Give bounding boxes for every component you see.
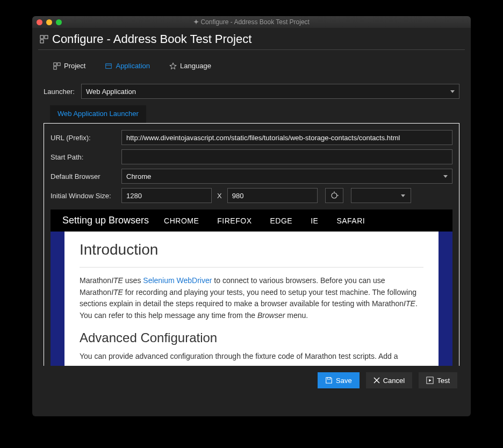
start-path-input[interactable] xyxy=(121,149,452,164)
start-path-label: Start Path: xyxy=(51,153,121,161)
target-icon xyxy=(330,191,339,200)
svg-rect-2 xyxy=(40,40,44,43)
x-separator: X xyxy=(217,192,222,200)
default-browser-value: Chrome xyxy=(126,172,151,180)
selenium-link[interactable]: Selenium WebDriver xyxy=(143,276,212,285)
button-label: Save xyxy=(336,377,352,385)
window-size-label: Initial Window Size: xyxy=(51,192,121,200)
configure-icon xyxy=(39,34,49,44)
tab-label: Application xyxy=(116,62,150,70)
default-browser-label: Default Browser xyxy=(51,172,121,180)
application-icon xyxy=(105,62,112,70)
browser-link-chrome[interactable]: CHROME xyxy=(164,216,199,225)
svg-rect-6 xyxy=(106,63,112,68)
project-icon xyxy=(53,62,61,70)
svg-rect-1 xyxy=(45,35,48,39)
doc-paragraph: You can provide advanced configuration t… xyxy=(80,351,423,363)
chevron-down-icon xyxy=(450,90,455,93)
doc-frame: Introduction MarathonITE uses Selenium W… xyxy=(51,232,452,366)
window-title: ✦ Configure - Address Book Test Project xyxy=(32,18,471,26)
cancel-button[interactable]: Cancel xyxy=(366,372,412,388)
button-bar: Save Cancel Test xyxy=(44,366,459,388)
tab-label: Language xyxy=(180,62,211,70)
preset-size-select[interactable] xyxy=(351,188,411,203)
window-width-input[interactable] xyxy=(121,188,212,203)
doc-paragraph: MarathonITE uses Selenium WebDriver to c… xyxy=(80,275,423,322)
doc-subheading: Advanced Configuration xyxy=(80,330,423,345)
launcher-label: Launcher: xyxy=(44,88,81,96)
svg-point-8 xyxy=(332,193,337,198)
close-icon xyxy=(373,377,380,384)
window-minimize-button[interactable] xyxy=(46,19,52,25)
page-title: Configure - Address Book Test Project xyxy=(52,32,252,46)
launcher-value: Web Application xyxy=(86,88,136,96)
launcher-select[interactable]: Web Application xyxy=(81,84,459,99)
svg-rect-4 xyxy=(58,62,60,65)
save-button[interactable]: Save xyxy=(318,372,360,388)
browser-link-safari[interactable]: SAFARI xyxy=(336,216,365,225)
browser-link-ie[interactable]: IE xyxy=(311,216,318,225)
config-panel: URL (Prefix): Start Path: Default Browse… xyxy=(44,123,459,366)
tab-application[interactable]: Application xyxy=(95,57,160,74)
url-prefix-label: URL (Prefix): xyxy=(51,134,121,142)
capture-size-button[interactable] xyxy=(325,188,343,203)
test-button[interactable]: Test xyxy=(419,372,457,388)
tab-label: Project xyxy=(64,62,85,70)
page-title-row: Configure - Address Book Test Project xyxy=(38,28,465,50)
svg-rect-5 xyxy=(54,66,56,69)
titlebar: ✦ Configure - Address Book Test Project xyxy=(32,16,471,28)
doc-heading: Introduction xyxy=(80,241,423,268)
save-icon xyxy=(325,377,333,384)
subtab-web-launcher[interactable]: Web Application Launcher xyxy=(50,105,146,123)
browser-bar-heading: Setting up Browsers xyxy=(62,215,149,226)
help-document[interactable]: Introduction MarathonITE uses Selenium W… xyxy=(64,232,439,366)
browser-link-edge[interactable]: EDGE xyxy=(270,216,292,225)
browser-help-bar: Setting up Browsers CHROME FIREFOX EDGE … xyxy=(51,209,452,232)
language-icon xyxy=(169,62,177,70)
browser-link-firefox[interactable]: FIREFOX xyxy=(217,216,252,225)
tab-language[interactable]: Language xyxy=(160,57,221,74)
chevron-down-icon xyxy=(443,175,448,178)
chevron-down-icon xyxy=(401,194,405,197)
url-prefix-input[interactable] xyxy=(121,130,452,145)
button-label: Test xyxy=(437,377,450,385)
window-height-input[interactable] xyxy=(227,188,318,203)
window-maximize-button[interactable] xyxy=(56,19,62,25)
button-label: Cancel xyxy=(383,377,405,385)
window: ✦ Configure - Address Book Test Project … xyxy=(32,16,471,416)
tab-project[interactable]: Project xyxy=(44,57,95,74)
window-close-button[interactable] xyxy=(37,19,42,25)
default-browser-select[interactable]: Chrome xyxy=(121,169,452,184)
svg-rect-0 xyxy=(40,35,44,39)
svg-rect-3 xyxy=(54,62,56,65)
main-tabs: Project Application Language xyxy=(38,57,465,74)
play-icon xyxy=(426,377,434,384)
